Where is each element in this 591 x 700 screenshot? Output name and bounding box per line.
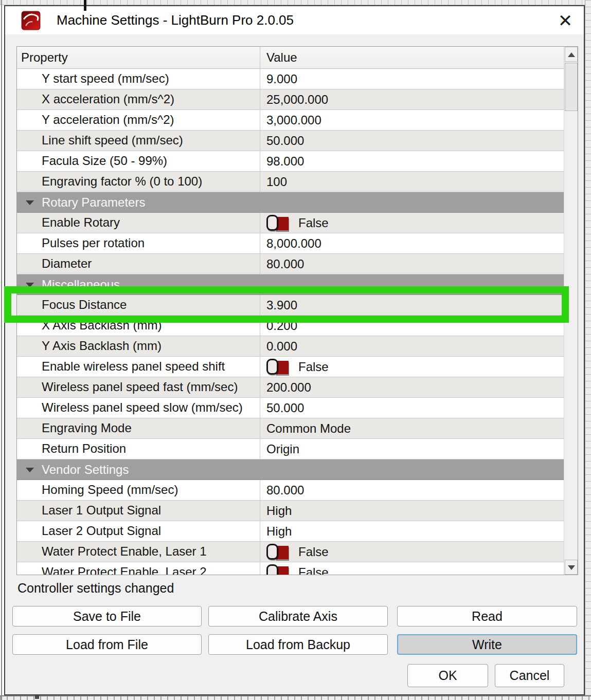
table-row[interactable]: Y Axis Backlash (mm)0.000 (17, 336, 564, 357)
property-cell[interactable]: Diameter (17, 254, 260, 274)
property-cell[interactable]: Wireless panel speed slow (mm/sec) (17, 398, 260, 418)
table-row[interactable]: Wireless panel speed slow (mm/sec)50.000 (17, 398, 564, 418)
table-row[interactable]: Line shift speed (mm/sec)50.000 (17, 131, 564, 151)
property-cell[interactable]: Focus Distance (17, 295, 260, 315)
scrollbar-up-button[interactable] (565, 47, 578, 62)
value-cell[interactable]: False (260, 357, 564, 377)
write-button[interactable]: Write (397, 634, 577, 655)
value-text: 80.000 (266, 481, 304, 500)
toggle-switch-off[interactable] (266, 359, 291, 375)
property-cell[interactable]: Return Position (17, 439, 260, 459)
load-from-backup-button[interactable]: Load from Backup (208, 634, 388, 655)
table-row[interactable]: Wireless panel speed fast (mm/sec)200.00… (17, 377, 564, 398)
section-header-row[interactable]: Vendor Settings (17, 459, 564, 480)
column-header-property[interactable]: Property (17, 47, 260, 68)
value-cell[interactable]: 0.200 (260, 316, 564, 336)
property-cell[interactable]: Water Protect Enable, Laser 2 (17, 562, 260, 575)
property-cell[interactable]: Y Axis Backlash (mm) (17, 336, 260, 356)
table-row[interactable]: Y start speed (mm/sec)9.000 (17, 69, 564, 89)
value-cell[interactable]: Origin (260, 439, 564, 459)
table-row[interactable]: X acceleration (mm/s^2)25,000.000 (17, 89, 564, 110)
table-row[interactable]: Enable RotaryFalse (17, 213, 564, 233)
property-cell[interactable]: Engraving factor % (0 to 100) (17, 172, 260, 192)
property-cell[interactable]: Engraving Mode (17, 418, 260, 438)
table-row[interactable]: Engraving ModeCommon Mode (17, 418, 564, 439)
value-cell[interactable]: 0.000 (260, 336, 564, 356)
value-cell[interactable]: 3.900 (260, 295, 564, 315)
table-row[interactable]: Pulses per rotation8,000.000 (17, 233, 564, 254)
save-to-file-button[interactable]: Save to File (12, 606, 202, 627)
value-cell[interactable]: 8,000.000 (260, 233, 564, 253)
value-cell[interactable]: 80.000 (260, 480, 564, 500)
table-row[interactable]: Water Protect Enable, Laser 1False (17, 542, 564, 562)
value-cell[interactable]: High (260, 521, 564, 541)
scrollbar-down-button[interactable] (565, 560, 578, 575)
value-cell[interactable]: 80.000 (260, 254, 564, 274)
table-row[interactable]: Facula Size (50 - 99%)98.000 (17, 151, 564, 172)
value-cell[interactable]: 9.000 (260, 69, 564, 89)
value-cell[interactable]: False (260, 542, 564, 562)
value-text: 9.000 (266, 69, 297, 89)
table-row[interactable]: Y acceleration (mm/s^2)3,000.000 (17, 110, 564, 131)
vertical-scrollbar[interactable] (564, 47, 578, 575)
toggle-switch-off[interactable] (266, 544, 291, 560)
table-row[interactable]: Enable wireless panel speed shiftFalse (17, 357, 564, 377)
cancel-button[interactable]: Cancel (495, 664, 564, 687)
value-text: False (298, 213, 329, 233)
value-cell[interactable]: False (260, 562, 564, 575)
value-cell[interactable]: 98.000 (260, 151, 564, 171)
scrollbar-thumb[interactable] (565, 63, 578, 111)
property-label: Engraving factor % (0 to 100) (42, 174, 202, 188)
value-cell[interactable]: 100 (260, 172, 564, 192)
value-cell[interactable]: False (260, 213, 564, 233)
property-cell[interactable]: Water Protect Enable, Laser 1 (17, 542, 260, 562)
property-cell[interactable]: Laser 2 Output Signal (17, 521, 260, 541)
section-header-row[interactable]: Rotary Parameters (17, 192, 564, 213)
read-button[interactable]: Read (397, 606, 577, 627)
property-cell[interactable]: Pulses per rotation (17, 233, 260, 253)
property-cell[interactable]: Enable wireless panel speed shift (17, 357, 260, 377)
table-row[interactable]: Water Protect Enable, Laser 2False (17, 562, 564, 575)
property-cell[interactable]: Line shift speed (mm/sec) (17, 131, 260, 151)
value-text: 50.000 (266, 131, 304, 151)
value-cell[interactable]: 50.000 (260, 398, 564, 418)
toggle-knob-icon (266, 544, 278, 560)
table-row[interactable]: Focus Distance3.900 (17, 295, 564, 316)
table-row[interactable]: Return PositionOrigin (17, 439, 564, 459)
column-header-value[interactable]: Value (260, 47, 564, 68)
value-cell[interactable]: 50.000 (260, 131, 564, 151)
property-cell[interactable]: Facula Size (50 - 99%) (17, 151, 260, 171)
property-cell[interactable]: Enable Rotary (17, 213, 260, 233)
property-label: Enable Rotary (42, 215, 120, 229)
close-icon[interactable]: ✕ (554, 9, 577, 32)
arrow-down-icon (568, 565, 575, 570)
toggle-switch-off[interactable] (266, 215, 291, 231)
property-cell[interactable]: X Axis Backlash (mm) (17, 316, 260, 336)
toggle-switch-off[interactable] (266, 564, 291, 575)
table-row[interactable]: X Axis Backlash (mm)0.200 (17, 316, 564, 336)
table-row[interactable]: Laser 1 Output SignalHigh (17, 501, 564, 521)
property-label: Wireless panel speed fast (mm/sec) (42, 380, 238, 394)
property-cell[interactable]: Homing Speed (mm/sec) (17, 480, 260, 500)
property-cell[interactable]: Y start speed (mm/sec) (17, 69, 260, 89)
property-cell[interactable]: Wireless panel speed fast (mm/sec) (17, 377, 260, 397)
status-message: Controller settings changed (17, 580, 174, 596)
table-row[interactable]: Diameter80.000 (17, 254, 564, 274)
value-cell[interactable]: 200.000 (260, 377, 564, 397)
property-cell[interactable]: Laser 1 Output Signal (17, 501, 260, 521)
ok-button[interactable]: OK (407, 664, 488, 687)
table-row[interactable]: Engraving factor % (0 to 100)100 (17, 172, 564, 192)
value-cell[interactable]: Common Mode (260, 418, 564, 438)
property-cell[interactable]: Y acceleration (mm/s^2) (17, 110, 260, 130)
calibrate-axis-button[interactable]: Calibrate Axis (208, 606, 388, 627)
value-cell[interactable]: 3,000.000 (260, 110, 564, 130)
property-label: Return Position (42, 441, 126, 455)
dialog-titlebar[interactable]: Machine Settings - LightBurn Pro 2.0.05 … (5, 6, 584, 34)
value-cell[interactable]: High (260, 501, 564, 521)
table-row[interactable]: Homing Speed (mm/sec)80.000 (17, 480, 564, 501)
table-row[interactable]: Laser 2 Output SignalHigh (17, 521, 564, 542)
load-from-file-button[interactable]: Load from File (12, 634, 202, 655)
value-cell[interactable]: 25,000.000 (260, 89, 564, 109)
property-cell[interactable]: X acceleration (mm/s^2) (17, 89, 260, 109)
section-header-row[interactable]: Miscellaneous (17, 274, 564, 295)
